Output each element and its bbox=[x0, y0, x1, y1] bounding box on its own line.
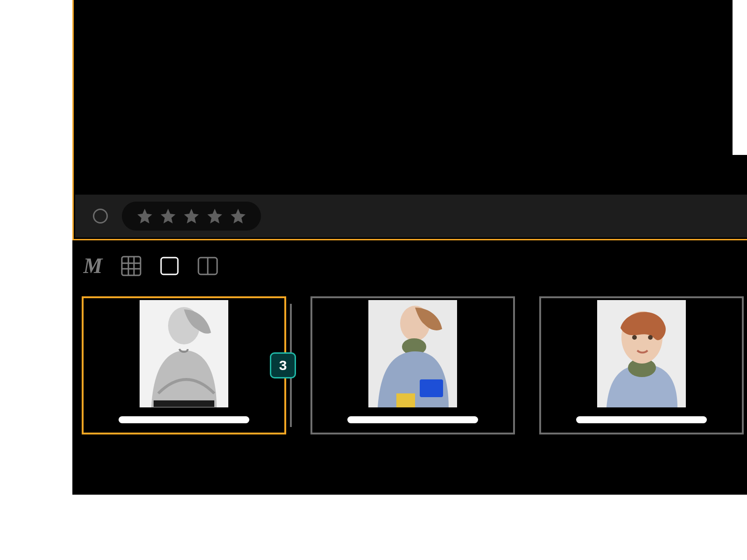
thumbnail-image bbox=[368, 300, 457, 407]
thumbnail[interactable] bbox=[310, 296, 515, 434]
star-rating-control[interactable] bbox=[122, 202, 261, 231]
thumbnail-filename-bar bbox=[347, 416, 478, 423]
star-icon[interactable] bbox=[136, 207, 154, 225]
svg-rect-14 bbox=[420, 379, 443, 397]
svg-rect-0 bbox=[122, 257, 141, 275]
thumbnail-filename-bar bbox=[576, 416, 707, 423]
star-icon[interactable] bbox=[229, 207, 247, 225]
star-icon[interactable] bbox=[159, 207, 177, 225]
preview-side-panel bbox=[733, 0, 747, 155]
view-mode-toolbar: M bbox=[82, 252, 219, 280]
app-window: M bbox=[72, 0, 747, 495]
preview-viewport[interactable] bbox=[72, 0, 747, 240]
thumbnail-image bbox=[597, 300, 686, 407]
compare-view-icon[interactable] bbox=[197, 255, 219, 277]
grid-view-icon[interactable] bbox=[120, 255, 142, 277]
stack-count-badge[interactable]: 3 bbox=[270, 352, 296, 378]
thumbnail-filename-bar bbox=[119, 416, 249, 423]
capture-one-logo-icon[interactable]: M bbox=[82, 255, 104, 277]
svg-rect-15 bbox=[396, 393, 415, 407]
color-tag-button[interactable] bbox=[93, 209, 108, 224]
thumbnail-image bbox=[140, 300, 228, 407]
svg-point-20 bbox=[648, 335, 653, 340]
rating-bar bbox=[75, 195, 747, 238]
svg-point-19 bbox=[632, 335, 637, 340]
star-icon[interactable] bbox=[183, 207, 200, 225]
filmstrip[interactable]: 3 bbox=[82, 296, 747, 436]
single-view-icon[interactable] bbox=[158, 255, 181, 277]
thumbnail[interactable] bbox=[539, 296, 744, 434]
svg-rect-5 bbox=[161, 258, 178, 274]
star-icon[interactable] bbox=[206, 207, 224, 225]
svg-rect-10 bbox=[154, 400, 214, 407]
thumbnail[interactable]: 3 bbox=[82, 296, 286, 434]
